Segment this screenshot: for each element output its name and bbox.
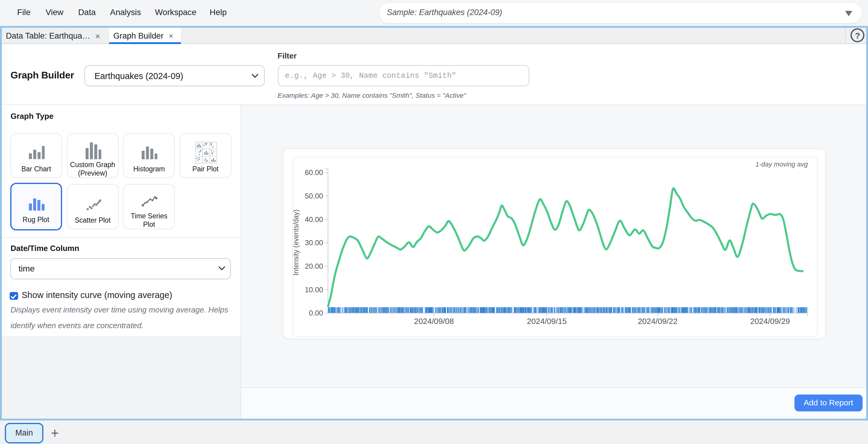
svg-text:2024/09/08: 2024/09/08 [414,317,454,326]
svg-text:10.00: 10.00 [304,285,323,294]
svg-text:60.00: 60.00 [304,168,323,176]
svg-text:1-day moving avg: 1-day moving avg [755,160,808,168]
svg-text:Intensity (events/day): Intensity (events/day) [293,209,300,275]
svg-text:20.00: 20.00 [304,262,323,270]
svg-text:0.00: 0.00 [309,309,323,317]
svg-text:2024/09/29: 2024/09/29 [750,317,789,326]
svg-text:30.00: 30.00 [304,239,323,247]
svg-text:2024/09/22: 2024/09/22 [638,317,677,326]
svg-text:50.00: 50.00 [304,192,323,200]
svg-text:40.00: 40.00 [304,215,323,223]
svg-text:2024/09/15: 2024/09/15 [527,317,567,326]
